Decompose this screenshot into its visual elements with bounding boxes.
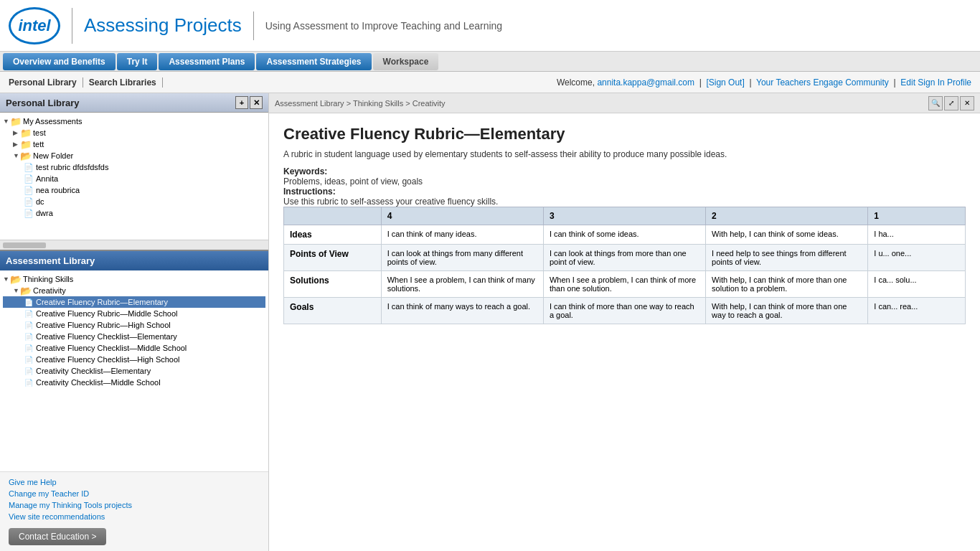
view-site-recommendations-link[interactable]: View site recommendations (9, 512, 260, 521)
row-col1: I u... one... (868, 245, 966, 271)
row-col3: When I see a problem, I can think of mor… (543, 271, 705, 298)
row-col1: I can... rea... (868, 298, 966, 324)
tree-item-cfr-high[interactable]: 📄 Creative Fluency Rubric—High School (3, 319, 265, 331)
subnav-left: Personal Library Search Libraries (9, 77, 163, 88)
expand-btn[interactable]: ⤢ (944, 96, 958, 110)
doc-icon: 📄 (23, 297, 34, 307)
row-col2: With help, I can think of more than one … (706, 271, 868, 298)
doc-icon: 📄 (23, 197, 34, 207)
tree-label: Creative Fluency Checklist—High School (36, 355, 180, 364)
nav-try-it[interactable]: Try It (117, 53, 158, 70)
doc-icon: 📄 (23, 174, 34, 184)
user-email[interactable]: annita.kappa@gmail.com (597, 77, 694, 88)
doc-icon: 📄 (23, 331, 34, 342)
tree-item-dc[interactable]: 📄 dc (3, 196, 265, 207)
tree-item-annita[interactable]: 📄 Annita (3, 173, 265, 184)
row-col1: I ca... solu... (868, 271, 966, 298)
tree-label: nea roubrica (36, 186, 80, 194)
tree-label: test rubric dfdsfdsfds (36, 163, 109, 171)
tree-item-cc-elementary[interactable]: 📄 Creativity Checklist—Elementary (3, 365, 265, 377)
tree-label: test (33, 128, 46, 137)
row-col2: I need help to see things from different… (706, 245, 868, 271)
expand-icon: ▼ (13, 287, 20, 294)
nav-workspace[interactable]: Workspace (373, 53, 439, 70)
tree-item-cfr-middle[interactable]: 📄 Creative Fluency Rubric—Middle School (3, 308, 265, 319)
instructions-label: Instructions: (283, 187, 336, 197)
app-subtitle: Using Assessment to Improve Teaching and… (265, 20, 503, 32)
tree-item-dwra[interactable]: 📄 dwra (3, 207, 265, 219)
pl-horizontal-scrollbar[interactable] (0, 240, 268, 250)
table-row: Solutions When I see a problem, I can th… (284, 271, 966, 298)
assessment-library-panel: Assessment Library ▼ 📂 Thinking Skills ▼… (0, 251, 268, 551)
personal-library-link[interactable]: Personal Library (9, 77, 83, 88)
nav-assessment-plans[interactable]: Assessment Plans (159, 53, 255, 70)
personal-library-title: Personal Library (6, 98, 80, 108)
breadcrumb-icons: 🔍 ⤢ ✕ (928, 96, 974, 110)
row-col2: With help, I can think of some ideas. (706, 225, 868, 245)
row-col1: I ha... (868, 225, 966, 245)
tree-item-my-assessments[interactable]: ▼ 📁 My Assessments (3, 116, 265, 127)
intel-logo: intel (9, 7, 60, 44)
tree-item-cfr-elementary[interactable]: 📄 Creative Fluency Rubric—Elementary (3, 296, 265, 308)
change-teacher-id-link[interactable]: Change my Teacher ID (9, 489, 260, 498)
give-me-help-link[interactable]: Give me Help (9, 478, 260, 486)
edit-profile-link[interactable]: Edit Sign In Profile (900, 77, 971, 88)
app-title: Assessing Projects (84, 14, 242, 37)
personal-library-header: Personal Library + ✕ (0, 93, 268, 113)
tree-item-cfc-high[interactable]: 📄 Creative Fluency Checklist—High School (3, 354, 265, 365)
pl-close-btn[interactable]: ✕ (250, 96, 263, 109)
main-layout: Personal Library + ✕ ▼ 📁 My Assessments … (0, 93, 980, 551)
personal-library-tree: ▼ 📁 My Assessments ▶ 📁 test ▶ 📁 tett (0, 113, 268, 240)
nav-assessment-strategies[interactable]: Assessment Strategies (256, 53, 371, 70)
tree-label: Thinking Skills (23, 275, 73, 283)
instructions-section: Instructions: Use this rubric to self-as… (283, 187, 966, 207)
assessment-library-tree: ▼ 📂 Thinking Skills ▼ 📂 Creativity 📄 Cre… (0, 270, 268, 471)
rubric-table: 4 3 2 1 Ideas I can think of many ideas.… (283, 207, 966, 324)
tree-label: Creative Fluency Checklist—Middle School (36, 344, 187, 352)
tree-item-cfc-middle[interactable]: 📄 Creative Fluency Checklist—Middle Scho… (3, 342, 265, 354)
sign-out-link[interactable]: [Sign Out] (706, 77, 744, 88)
tree-item-thinking-skills[interactable]: ▼ 📂 Thinking Skills (3, 273, 265, 285)
table-row: Goals I can think of many ways to reach … (284, 298, 966, 324)
community-link[interactable]: Your Teachers Engage Community (756, 77, 889, 88)
tree-item-test-rubric[interactable]: 📄 test rubric dfdsfdsfds (3, 161, 265, 173)
tree-label: Creative Fluency Checklist—Elementary (36, 332, 177, 341)
close-content-btn[interactable]: ✕ (960, 96, 974, 110)
table-header-4: 4 (381, 207, 543, 225)
row-category: Points of View (284, 245, 382, 271)
header-divider (72, 8, 72, 44)
expand-icon: ▼ (13, 152, 20, 159)
folder-icon: 📂 (10, 274, 22, 284)
manage-thinking-tools-link[interactable]: Manage my Thinking Tools projects (9, 501, 260, 509)
keywords-value: Problems, ideas, point of view, goals (283, 176, 423, 187)
rubric-table-body: Ideas I can think of many ideas. I can t… (284, 225, 966, 324)
tree-label: Creative Fluency Rubric—High School (36, 321, 171, 329)
tree-item-creativity[interactable]: ▼ 📂 Creativity (3, 285, 265, 296)
breadcrumb-bar: Assessment Library > Thinking Skills > C… (269, 93, 980, 113)
doc-icon: 📄 (23, 320, 34, 330)
pl-add-btn[interactable]: + (235, 96, 248, 109)
tree-label: New Folder (33, 151, 73, 160)
doc-icon: 📄 (23, 366, 34, 376)
row-col4: I can think of many ideas. (381, 225, 543, 245)
zoom-fit-btn[interactable]: 🔍 (928, 96, 943, 110)
subnav-right: Welcome, annita.kappa@gmail.com | [Sign … (557, 77, 971, 88)
contact-education-button[interactable]: Contact Education > (9, 528, 106, 545)
search-libraries-link[interactable]: Search Libraries (83, 77, 163, 88)
folder-icon: 📁 (20, 128, 32, 138)
tree-item-tett[interactable]: ▶ 📁 tett (3, 138, 265, 150)
tree-item-cfc-elementary[interactable]: 📄 Creative Fluency Checklist—Elementary (3, 331, 265, 342)
doc-icon: 📄 (23, 309, 34, 319)
row-category: Goals (284, 298, 382, 324)
tree-item-nea-roubrica[interactable]: 📄 nea roubrica (3, 184, 265, 196)
assessment-library-header: Assessment Library (0, 251, 268, 270)
tree-item-test[interactable]: ▶ 📁 test (3, 127, 265, 138)
table-header-cat (284, 207, 382, 225)
instructions-text: Use this rubric to self-assess your crea… (283, 197, 498, 207)
tree-item-cc-middle[interactable]: 📄 Creativity Checklist—Middle School (3, 377, 265, 388)
row-col4: I can look at things from many different… (381, 245, 543, 271)
nav-overview[interactable]: Overview and Benefits (3, 53, 116, 70)
personal-library-panel: Personal Library + ✕ ▼ 📁 My Assessments … (0, 93, 268, 251)
keywords-label: Keywords: (283, 166, 327, 176)
tree-item-new-folder[interactable]: ▼ 📂 New Folder (3, 150, 265, 161)
